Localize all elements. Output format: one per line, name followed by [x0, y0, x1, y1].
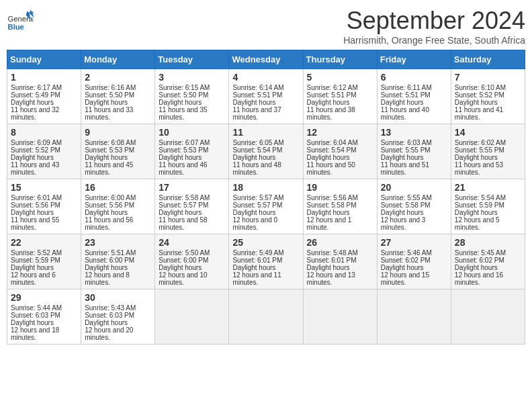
daylight-label: Daylight hours	[232, 264, 275, 271]
page-header: General Blue September 2024 Harrismith, …	[7, 7, 525, 46]
daylight-label: Daylight hours	[381, 209, 424, 216]
daylight-label: Daylight hours	[232, 209, 275, 216]
calendar-cell: 7Sunrise: 6:10 AMSunset: 5:52 PMDaylight…	[451, 69, 525, 124]
svg-text:Blue: Blue	[8, 23, 24, 31]
daylight-label: Daylight hours	[455, 264, 498, 271]
daylight-label: Daylight hours	[159, 99, 202, 106]
calendar-cell: 29Sunrise: 5:44 AMSunset: 6:03 PMDayligh…	[7, 289, 81, 345]
sunset-text: Sunset: 5:57 PM	[159, 201, 208, 209]
sunset-text: Sunset: 5:58 PM	[381, 201, 431, 209]
sunrise-text: Sunrise: 6:04 AM	[307, 139, 358, 146]
calendar-cell: 13Sunrise: 6:03 AMSunset: 5:55 PMDayligh…	[377, 124, 451, 179]
title-block: September 2024 Harrismith, Orange Free S…	[343, 7, 525, 46]
calendar-cell: 9Sunrise: 6:08 AMSunset: 5:53 PMDaylight…	[81, 124, 155, 179]
sunrise-text: Sunrise: 6:11 AM	[381, 84, 432, 91]
daylight-duration: 11 hours and 41 minutes.	[455, 106, 503, 121]
daylight-label: Daylight hours	[85, 154, 128, 161]
sunrise-text: Sunrise: 6:16 AM	[85, 84, 136, 91]
daylight-label: Daylight hours	[85, 264, 128, 271]
sunset-text: Sunset: 5:56 PM	[85, 201, 134, 209]
calendar-cell: 16Sunrise: 6:00 AMSunset: 5:56 PMDayligh…	[81, 179, 155, 234]
sunset-text: Sunset: 5:51 PM	[307, 91, 357, 99]
day-number: 24	[159, 237, 225, 248]
sunset-text: Sunset: 5:58 PM	[307, 201, 357, 209]
daylight-label: Daylight hours	[11, 209, 54, 216]
day-number: 1	[11, 72, 77, 83]
calendar-cell: 6Sunrise: 6:11 AMSunset: 5:51 PMDaylight…	[377, 69, 451, 124]
sunset-text: Sunset: 5:54 PM	[232, 146, 282, 154]
calendar-cell: 21Sunrise: 5:54 AMSunset: 5:59 PMDayligh…	[451, 179, 525, 234]
sunset-text: Sunset: 6:01 PM	[307, 257, 357, 264]
sunrise-text: Sunrise: 6:02 AM	[455, 139, 506, 146]
calendar-cell: 11Sunrise: 6:05 AMSunset: 5:54 PMDayligh…	[229, 124, 303, 179]
sunrise-text: Sunrise: 5:54 AM	[455, 194, 506, 201]
sunset-text: Sunset: 5:51 PM	[232, 91, 282, 99]
sunrise-text: Sunrise: 6:03 AM	[381, 139, 432, 146]
sunrise-text: Sunrise: 6:07 AM	[159, 139, 210, 146]
sunset-text: Sunset: 5:49 PM	[11, 91, 60, 99]
sunset-text: Sunset: 5:59 PM	[455, 201, 504, 209]
daylight-duration: 11 hours and 48 minutes.	[232, 161, 281, 176]
day-number: 25	[232, 237, 299, 248]
daylight-duration: 11 hours and 58 minutes.	[159, 216, 207, 231]
day-number: 29	[11, 292, 77, 303]
weekday-tuesday: Tuesday	[155, 50, 229, 69]
daylight-label: Daylight hours	[232, 154, 275, 161]
calendar-week-3: 15Sunrise: 6:01 AMSunset: 5:56 PMDayligh…	[7, 179, 525, 234]
sunset-text: Sunset: 5:54 PM	[307, 146, 357, 154]
sunrise-text: Sunrise: 6:09 AM	[11, 139, 62, 146]
logo-icon: General Blue	[7, 7, 34, 34]
daylight-label: Daylight hours	[159, 264, 202, 271]
sunset-text: Sunset: 6:00 PM	[159, 257, 208, 264]
sunset-text: Sunset: 5:52 PM	[455, 91, 504, 99]
sunrise-text: Sunrise: 6:08 AM	[85, 139, 136, 146]
calendar-cell: 4Sunrise: 6:14 AMSunset: 5:51 PMDaylight…	[229, 69, 303, 124]
calendar-cell: 27Sunrise: 5:46 AMSunset: 6:02 PMDayligh…	[377, 234, 451, 289]
daylight-label: Daylight hours	[455, 209, 498, 216]
day-number: 20	[381, 182, 447, 193]
weekday-monday: Monday	[81, 50, 155, 69]
sunrise-text: Sunrise: 5:55 AM	[381, 194, 432, 201]
daylight-duration: 12 hours and 20 minutes.	[85, 326, 133, 341]
daylight-duration: 11 hours and 53 minutes.	[455, 161, 503, 176]
sunrise-text: Sunrise: 5:45 AM	[455, 249, 506, 257]
daylight-duration: 12 hours and 8 minutes.	[85, 271, 130, 286]
sunset-text: Sunset: 5:55 PM	[455, 146, 504, 154]
calendar-cell: 23Sunrise: 5:51 AMSunset: 6:00 PMDayligh…	[81, 234, 155, 289]
sunrise-text: Sunrise: 5:52 AM	[11, 249, 62, 257]
daylight-duration: 12 hours and 0 minutes.	[232, 216, 277, 231]
daylight-label: Daylight hours	[307, 209, 350, 216]
calendar-cell: 14Sunrise: 6:02 AMSunset: 5:55 PMDayligh…	[451, 124, 525, 179]
daylight-duration: 12 hours and 11 minutes.	[232, 271, 281, 286]
sunset-text: Sunset: 5:57 PM	[232, 201, 282, 209]
calendar-week-4: 22Sunrise: 5:52 AMSunset: 5:59 PMDayligh…	[7, 234, 525, 289]
day-number: 23	[85, 237, 151, 248]
calendar-cell: 8Sunrise: 6:09 AMSunset: 5:52 PMDaylight…	[7, 124, 81, 179]
sunset-text: Sunset: 5:56 PM	[11, 201, 60, 209]
daylight-duration: 12 hours and 10 minutes.	[159, 271, 207, 286]
sunset-text: Sunset: 5:53 PM	[85, 146, 134, 154]
sunset-text: Sunset: 6:01 PM	[232, 257, 282, 264]
calendar-week-2: 8Sunrise: 6:09 AMSunset: 5:52 PMDaylight…	[7, 124, 525, 179]
sunset-text: Sunset: 6:00 PM	[85, 257, 134, 264]
daylight-duration: 12 hours and 13 minutes.	[307, 271, 355, 286]
daylight-label: Daylight hours	[381, 99, 424, 106]
sunset-text: Sunset: 5:52 PM	[11, 146, 60, 154]
weekday-header-row: SundayMondayTuesdayWednesdayThursdayFrid…	[7, 50, 525, 69]
day-number: 27	[381, 237, 447, 248]
day-number: 4	[232, 72, 299, 83]
month-title: September 2024	[343, 7, 525, 35]
sunrise-text: Sunrise: 5:57 AM	[232, 194, 283, 201]
day-number: 19	[307, 182, 373, 193]
daylight-label: Daylight hours	[85, 99, 128, 106]
weekday-wednesday: Wednesday	[229, 50, 303, 69]
day-number: 11	[232, 127, 299, 138]
weekday-saturday: Saturday	[451, 50, 525, 69]
daylight-label: Daylight hours	[11, 319, 54, 326]
sunset-text: Sunset: 5:53 PM	[159, 146, 208, 154]
day-number: 16	[85, 182, 151, 193]
sunset-text: Sunset: 6:03 PM	[11, 312, 60, 319]
sunrise-text: Sunrise: 5:48 AM	[307, 249, 358, 257]
sunset-text: Sunset: 5:51 PM	[381, 91, 431, 99]
daylight-label: Daylight hours	[307, 99, 350, 106]
